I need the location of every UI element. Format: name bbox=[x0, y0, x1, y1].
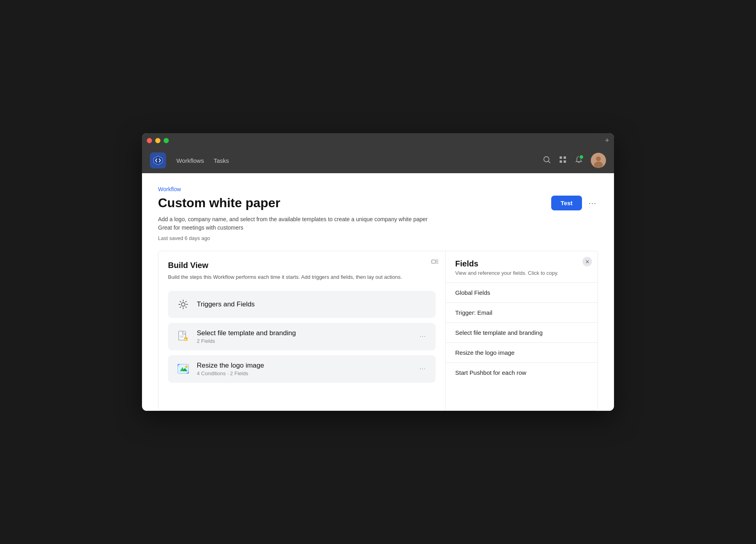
fields-panel-header: ✕ Fields View and reference your fields.… bbox=[446, 251, 598, 283]
svg-rect-3 bbox=[560, 156, 562, 159]
svg-line-2 bbox=[548, 161, 550, 163]
close-fields-button[interactable]: ✕ bbox=[582, 257, 592, 266]
page-description: Add a logo, company name, and select fro… bbox=[158, 215, 438, 232]
triggers-item-content: Triggers and Fields bbox=[197, 300, 428, 308]
resize-icon[interactable] bbox=[431, 258, 439, 267]
search-icon[interactable] bbox=[543, 156, 551, 166]
resize-item-more-button[interactable]: ··· bbox=[418, 364, 428, 374]
field-item-global[interactable]: Global Fields bbox=[446, 283, 598, 303]
avatar-image bbox=[591, 153, 606, 168]
titlebar: + bbox=[142, 133, 614, 148]
app-logo[interactable] bbox=[150, 152, 166, 168]
page-title: Custom white paper bbox=[158, 196, 280, 210]
page-more-button[interactable]: ··· bbox=[587, 197, 598, 209]
document-icon bbox=[176, 329, 190, 344]
right-panel: ✕ Fields View and reference your fields.… bbox=[446, 251, 598, 410]
app-header: Workflows Tasks bbox=[142, 148, 614, 173]
resize-item-fields: 4 Conditions · 2 Fields bbox=[197, 370, 412, 376]
header-actions: Test ··· bbox=[551, 196, 598, 210]
triggers-item-name: Triggers and Fields bbox=[197, 300, 428, 308]
grid-icon[interactable] bbox=[559, 156, 567, 166]
template-item-fields: 2 Fields bbox=[197, 338, 412, 344]
gear-icon bbox=[176, 297, 190, 312]
svg-rect-5 bbox=[560, 160, 562, 163]
template-item-more-button[interactable]: ··· bbox=[418, 331, 428, 342]
build-view-title: Build View bbox=[168, 261, 436, 270]
workflow-item-template[interactable]: Select file template and branding 2 Fiel… bbox=[168, 323, 436, 350]
template-item-content: Select file template and branding 2 Fiel… bbox=[197, 329, 412, 344]
app-window: + Workflows Tasks bbox=[142, 133, 614, 411]
field-item-resize-logo[interactable]: Resize the logo image bbox=[446, 343, 598, 363]
field-item-trigger-email[interactable]: Trigger: Email bbox=[446, 303, 598, 323]
main-content: Workflow Custom white paper Test ··· Add… bbox=[142, 173, 614, 411]
svg-rect-10 bbox=[432, 260, 436, 263]
nav-workflows[interactable]: Workflows bbox=[176, 156, 205, 166]
main-nav: Workflows Tasks bbox=[176, 156, 533, 166]
main-layout: Build View Build the steps this Workflow… bbox=[158, 251, 598, 411]
svg-rect-4 bbox=[564, 156, 566, 159]
user-avatar[interactable] bbox=[591, 153, 606, 168]
fields-description: View and reference your fields. Click to… bbox=[455, 270, 588, 276]
header-right bbox=[543, 153, 606, 168]
workflow-item-resize[interactable]: Resize the logo image 4 Conditions · 2 F… bbox=[168, 355, 436, 383]
svg-rect-6 bbox=[564, 160, 566, 163]
maximize-window-button[interactable] bbox=[164, 138, 169, 143]
image-resize-icon bbox=[176, 362, 190, 376]
svg-point-14 bbox=[182, 302, 185, 306]
svg-marker-0 bbox=[154, 156, 162, 165]
workflow-items-list: Triggers and Fields bbox=[168, 291, 436, 383]
new-tab-button[interactable]: + bbox=[605, 136, 609, 145]
field-item-start-pushbot[interactable]: Start Pushbot for each row bbox=[446, 363, 598, 382]
field-item-select-template[interactable]: Select file template and branding bbox=[446, 323, 598, 343]
resize-item-content: Resize the logo image 4 Conditions · 2 F… bbox=[197, 362, 412, 376]
minimize-window-button[interactable] bbox=[155, 138, 160, 143]
fields-title: Fields bbox=[455, 259, 588, 268]
svg-point-25 bbox=[185, 366, 188, 368]
test-button[interactable]: Test bbox=[551, 196, 582, 210]
build-view-description: Build the steps this Workflow performs e… bbox=[168, 273, 436, 281]
notification-icon[interactable] bbox=[575, 156, 583, 166]
nav-tasks[interactable]: Tasks bbox=[213, 156, 230, 166]
svg-point-9 bbox=[594, 162, 603, 168]
last-saved-text: Last saved 6 days ago bbox=[158, 235, 598, 241]
resize-item-name: Resize the logo image bbox=[197, 362, 412, 370]
titlebar-buttons bbox=[147, 138, 169, 143]
workflow-item-triggers[interactable]: Triggers and Fields bbox=[168, 291, 436, 318]
fields-list: Global Fields Trigger: Email Select file… bbox=[446, 283, 598, 382]
template-item-name: Select file template and branding bbox=[197, 329, 412, 337]
breadcrumb[interactable]: Workflow bbox=[158, 186, 598, 192]
page-header: Custom white paper Test ··· bbox=[158, 196, 598, 210]
close-window-button[interactable] bbox=[147, 138, 152, 143]
svg-point-8 bbox=[596, 156, 601, 161]
left-panel: Build View Build the steps this Workflow… bbox=[158, 251, 446, 410]
